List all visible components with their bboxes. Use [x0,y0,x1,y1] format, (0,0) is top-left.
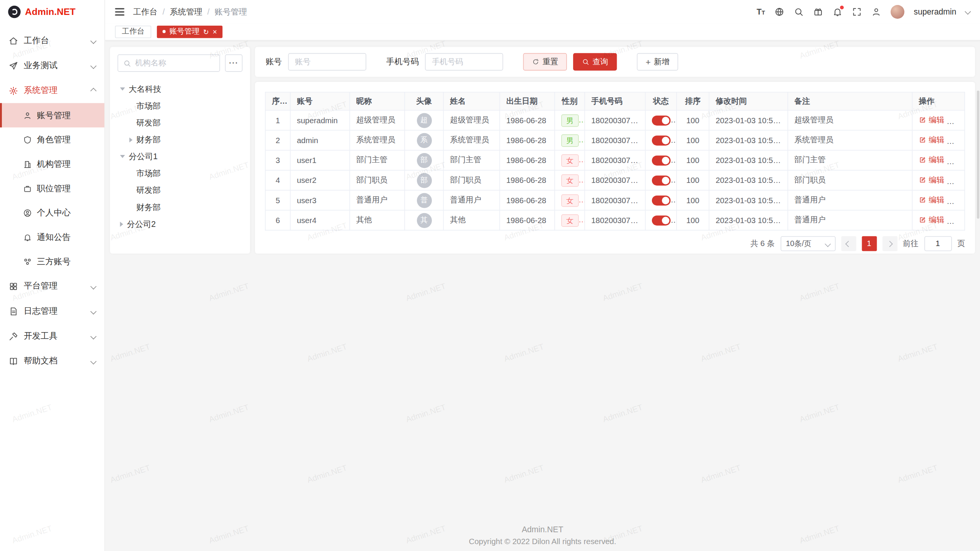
row-more-button[interactable] [953,217,962,226]
next-page-button[interactable] [882,236,897,251]
row-more-button[interactable] [953,137,962,146]
username[interactable]: superadmin [914,7,956,16]
tab-account-management[interactable]: 账号管理 [157,25,223,38]
sidebar-item-label: 系统管理 [24,85,57,96]
sidebar-item-business-test[interactable]: 业务测试 [0,53,105,78]
user-icon [23,111,32,120]
sidebar-item-org-management[interactable]: 机构管理 [0,152,105,176]
sidebar-item-platform-management[interactable]: 平台管理 [0,274,105,298]
sidebar-item-account-management[interactable]: 账号管理 [0,103,105,127]
sidebar-item-dev-tools[interactable]: 开发工具 [0,324,105,349]
edit-button[interactable]: 编辑 [919,195,944,205]
cell-account: superadmin [290,110,350,130]
profile-icon[interactable] [871,7,881,16]
row-more-button[interactable] [953,197,962,206]
tree-node[interactable]: 研发部 [118,182,243,199]
tree-node[interactable]: 财务部 [118,199,243,215]
goto-label: 前往 [903,238,918,249]
status-toggle[interactable] [652,175,671,185]
tree-node[interactable]: 市场部 [118,98,243,114]
brand: Admin.NET [0,0,105,23]
scrollbar-thumb[interactable] [977,91,980,219]
tree-node[interactable]: 分公司2 [118,215,243,232]
goto-page-input[interactable] [924,236,952,251]
sidebar-item-workbench[interactable]: 工作台 [0,28,105,53]
edit-icon [919,136,926,144]
edit-button[interactable]: 编辑 [919,215,944,225]
edit-button[interactable]: 编辑 [919,155,944,165]
chevron-down-icon[interactable] [965,8,971,15]
sidebar-item-system-management[interactable]: 系统管理 [0,78,105,103]
main-content: 大名科技 市场部 研发部 财务部 分公司1 市场部 研发部 财务部 分公司2 账… [105,41,980,551]
cell-updated: 2023-01-03 10:59:44 [709,170,788,190]
sidebar-item-help-docs[interactable]: 帮助文档 [0,349,105,373]
refresh-icon[interactable] [203,27,209,36]
search-icon[interactable] [794,7,804,16]
chevron-down-icon [825,241,831,247]
phone-input[interactable] [425,53,503,71]
table-row: 6 user4 其他 其 其他 1986-06-28 女 18020030720… [265,210,965,230]
breadcrumb-item[interactable]: 系统管理 [170,6,202,17]
org-more-button[interactable] [225,54,243,72]
menu-collapse-icon[interactable] [115,8,124,15]
edit-button[interactable]: 编辑 [919,175,944,186]
row-more-button[interactable] [953,157,962,166]
status-toggle[interactable] [652,195,671,205]
query-label: 查询 [593,57,608,67]
sidebar-item-role-management[interactable]: 角色管理 [0,127,105,152]
edit-button[interactable]: 编辑 [919,135,944,145]
language-icon[interactable] [774,7,784,16]
prev-page-button[interactable] [841,236,856,251]
cell-updated: 2023-01-03 10:59:44 [709,190,788,210]
font-size-icon[interactable]: TT [757,8,765,16]
sidebar-item-position-management[interactable]: 职位管理 [0,176,105,201]
sidebar-item-third-party-account[interactable]: 三方账号 [0,249,105,274]
filter-bar: 账号 手机号码 重置 查询 新增 [255,47,975,77]
tab-workbench[interactable]: 工作台 [115,25,151,38]
org-search-input[interactable] [135,59,214,67]
cell-nickname: 普通用户 [350,190,405,210]
cell-index: 2 [265,130,290,150]
table-row: 3 user1 部门主管 部 部门主管 1986-06-28 女 1802003… [265,150,965,170]
row-more-button[interactable] [953,177,962,186]
sidebar-item-log-management[interactable]: 日志管理 [0,298,105,323]
user-avatar[interactable] [891,5,905,18]
tree-node[interactable]: 研发部 [118,114,243,131]
breadcrumb-item[interactable]: 工作台 [133,6,158,17]
fullscreen-icon[interactable] [852,7,862,16]
column-header: 操作 [912,92,965,110]
query-button[interactable]: 查询 [573,53,617,71]
cell-index: 4 [265,170,290,190]
caret-down-icon [120,88,125,91]
status-toggle[interactable] [652,115,671,125]
account-input[interactable] [288,53,366,71]
page-size-select[interactable]: 10条/页 [780,236,835,251]
status-toggle[interactable] [652,155,671,165]
cell-index: 6 [265,210,290,230]
cell-updated: 2023-01-03 10:59:44 [709,210,788,230]
theme-icon[interactable] [813,7,823,16]
breadcrumb: 工作台 / 系统管理 / 账号管理 [133,6,247,17]
tree-node[interactable]: 市场部 [118,165,243,182]
tree-node[interactable]: 财务部 [118,131,243,148]
edit-button[interactable]: 编辑 [919,115,944,126]
book-icon [9,356,18,365]
reset-button[interactable]: 重置 [523,53,567,71]
gender-badge: 男 [561,114,578,127]
sidebar-item-label: 职位管理 [37,183,70,194]
gender-badge: 男 [561,134,578,147]
logo-text: Admin.NET [25,6,75,17]
tree-node[interactable]: 大名科技 [118,81,243,98]
status-toggle[interactable] [652,135,671,145]
notification-bell[interactable] [833,7,843,16]
add-button[interactable]: 新增 [637,53,678,71]
sidebar-item-personal-center[interactable]: 个人中心 [0,201,105,225]
cell-birthday: 1986-06-28 [500,210,555,230]
status-toggle[interactable] [652,215,671,225]
sidebar-item-notice[interactable]: 通知公告 [0,225,105,249]
tree-node[interactable]: 分公司1 [118,148,243,165]
row-more-button[interactable] [953,117,962,126]
page-number-1[interactable]: 1 [862,236,877,251]
table-row: 1 superadmin 超级管理员 超 超级管理员 1986-06-28 男 … [265,110,965,130]
close-icon[interactable] [212,27,217,36]
